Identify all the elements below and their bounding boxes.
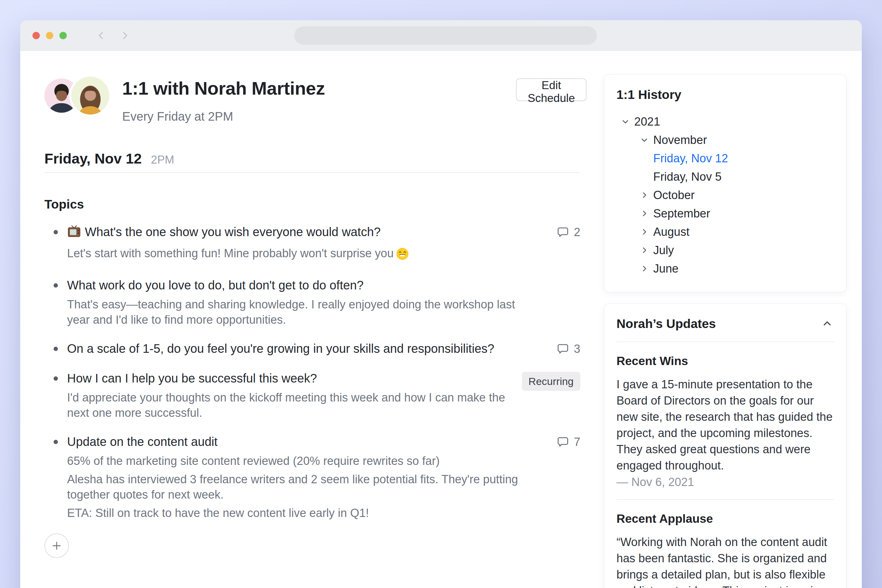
meeting-time: 2PM [151, 153, 174, 166]
participant-avatars [44, 76, 112, 115]
app-window: 1:1 with Norah Martinez Every Friday at … [20, 20, 862, 588]
history-item-label: Friday, Nov 5 [653, 170, 722, 183]
collapse-panel-button[interactable] [820, 316, 834, 330]
updates-section-heading: Recent Wins [616, 354, 834, 368]
history-item-label: June [653, 262, 678, 275]
page-title: 1:1 with Norah Martinez [122, 78, 325, 99]
updates-sections: Recent WinsI gave a 15-minute presentati… [616, 342, 834, 588]
window-toolbar [20, 20, 862, 51]
history-item-friday-nov-12[interactable]: Friday, Nov 12 [616, 149, 834, 168]
topic-title: Update on the content audit [67, 434, 514, 450]
topics-list: What's the one show you wish everyone wo… [44, 224, 580, 588]
comment-bubble-icon [556, 225, 570, 239]
history-item-july[interactable]: July [616, 241, 834, 260]
chevron-right-icon [640, 264, 649, 273]
comment-count-button[interactable]: 7 [556, 435, 580, 448]
section-divider [44, 172, 580, 173]
meeting-date-heading: Friday, Nov 12 [44, 150, 142, 167]
history-item-october[interactable]: October [616, 186, 834, 204]
chevron-right-icon[interactable] [640, 246, 649, 255]
topic-note: Let's start with something fun! Mine pro… [67, 246, 521, 264]
history-item-label: November [653, 134, 707, 147]
chevron-right-icon[interactable] [640, 264, 649, 273]
comment-bubble-icon [556, 435, 570, 448]
topic-item[interactable]: On a scale of 1-5, do you feel you're gr… [44, 340, 580, 357]
history-item-june[interactable]: June [616, 260, 834, 278]
history-item-november[interactable]: November [616, 131, 834, 149]
history-item-label: October [653, 189, 694, 202]
topic-item[interactable]: What's the one show you wish everyone wo… [44, 224, 580, 264]
tv-emoji-icon [67, 224, 81, 243]
updates-section: Recent WinsI gave a 15-minute presentati… [616, 354, 834, 489]
chevron-right-icon [640, 246, 649, 255]
forward-button[interactable] [119, 30, 130, 41]
history-tree: 2021NovemberFriday, Nov 12Friday, Nov 5O… [616, 112, 834, 278]
updates-section-body: I gave a 15-minute presentation to the B… [616, 376, 834, 474]
topic-body: On a scale of 1-5, do you feel you're gr… [67, 340, 528, 357]
recurring-badge: Recurring [522, 372, 580, 391]
comment-count: 7 [574, 435, 580, 448]
topic-meta: Recurring [522, 370, 580, 420]
chevron-right-icon[interactable] [640, 209, 649, 218]
zoom-window-button[interactable] [59, 32, 67, 39]
topic-title: On a scale of 1-5, do you feel you're gr… [67, 340, 514, 357]
history-item-label: August [653, 225, 689, 238]
updates-section: Recent Applause“Working with Norah on th… [616, 512, 834, 588]
history-item-label: September [653, 207, 710, 220]
topic-title: How I can I help you be successful this … [67, 370, 514, 387]
chevron-right-icon[interactable] [640, 227, 649, 236]
updates-panel-header: Norah’s Updates [616, 316, 834, 331]
minimize-window-button[interactable] [46, 32, 53, 39]
bullet-icon [54, 230, 58, 234]
grin-emoji-icon [396, 248, 409, 264]
history-item-2021[interactable]: 2021 [616, 112, 834, 131]
topic-item[interactable]: Update on the content audit65% of the ma… [44, 434, 580, 520]
chevron-left-icon [96, 30, 106, 41]
topic-body: What work do you love to do, but don't g… [67, 277, 528, 327]
bullet-icon [54, 376, 58, 381]
updates-panel: Norah’s Updates Recent WinsI gave a 15-m… [604, 303, 846, 588]
history-item-friday-nov-5[interactable]: Friday, Nov 5 [616, 168, 834, 186]
history-item-september[interactable]: September [616, 204, 834, 223]
topic-note: 65% of the marketing site content review… [67, 453, 521, 469]
bullet-icon [54, 346, 58, 351]
updates-panel-title: Norah’s Updates [616, 316, 716, 331]
chevron-right-icon [640, 190, 649, 200]
history-item-label: 2021 [634, 115, 660, 128]
topic-meta [528, 277, 580, 327]
history-panel-title: 1:1 History [616, 88, 834, 102]
topic-note: I'd appreciate your thoughts on the kick… [67, 390, 514, 420]
back-button[interactable] [96, 30, 106, 41]
desktop-background: { "colors": { "accent_blue": "#1b6ef3", … [0, 0, 882, 588]
window-controls [33, 32, 67, 39]
chevron-right-icon [120, 30, 130, 41]
topic-item[interactable]: What work do you love to do, but don't g… [44, 277, 580, 327]
meeting-schedule-subtitle: Every Friday at 2PM [122, 110, 233, 123]
close-window-button[interactable] [33, 32, 40, 39]
topic-body: How I can I help you be successful this … [67, 370, 522, 420]
updates-section-heading: Recent Applause [616, 512, 834, 525]
topic-meta: 2 [528, 224, 580, 264]
edit-schedule-button[interactable]: Edit Schedule [516, 78, 586, 101]
topic-note: ETA: Still on track to have the new cont… [67, 506, 521, 520]
comment-count-button[interactable]: 2 [556, 225, 580, 239]
history-item-august[interactable]: August [616, 223, 834, 241]
topic-item[interactable]: How I can I help you be successful this … [44, 370, 580, 420]
updates-divider [616, 499, 834, 500]
chevron-right-icon[interactable] [640, 190, 649, 200]
add-topic-button[interactable] [44, 534, 69, 558]
topic-title: What's the one show you wish everyone wo… [67, 224, 514, 243]
history-nav [96, 30, 130, 41]
chevron-up-icon [821, 318, 833, 329]
comment-count: 2 [574, 226, 580, 239]
bullet-icon [54, 440, 58, 444]
topic-body: Update on the content audit65% of the ma… [67, 434, 528, 520]
chevron-down-icon[interactable] [621, 117, 630, 126]
comment-count-button[interactable]: 3 [556, 342, 580, 356]
address-bar[interactable] [294, 26, 597, 45]
chevron-right-icon [640, 209, 649, 218]
history-item-label: Friday, Nov 12 [653, 152, 728, 165]
chevron-right-icon [640, 227, 649, 236]
chevron-down-icon[interactable] [640, 135, 649, 144]
bullet-icon [54, 283, 58, 288]
